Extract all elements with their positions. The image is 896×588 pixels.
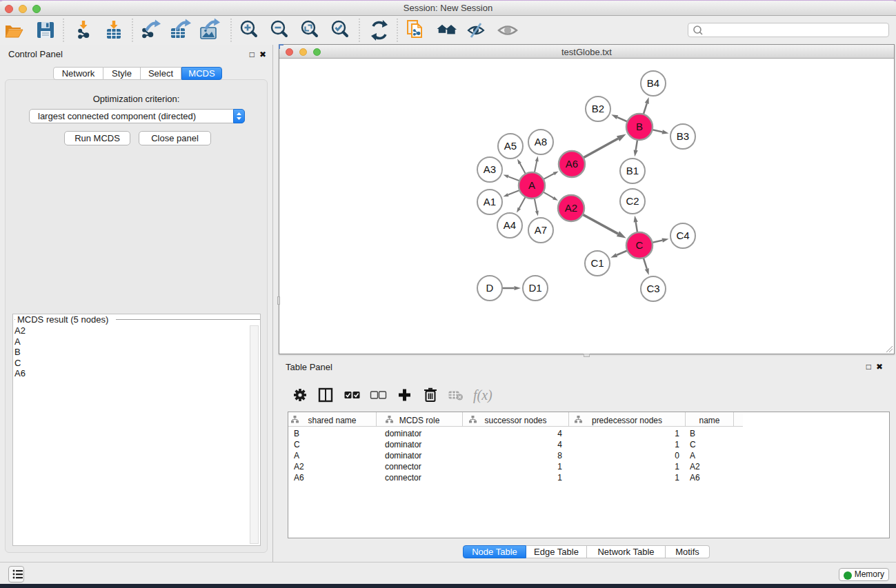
svg-text:A2: A2 [565,202,577,214]
svg-text:C2: C2 [626,195,639,207]
svg-text:A8: A8 [535,136,547,148]
svg-text:A: A [528,179,535,191]
svg-text:B: B [636,121,643,132]
svg-text:C1: C1 [590,257,604,269]
svg-text:A1: A1 [484,196,496,207]
svg-text:B4: B4 [647,77,659,89]
svg-text:B2: B2 [592,103,604,114]
svg-text:f(x): f(x) [473,387,492,403]
svg-text:B3: B3 [677,130,689,142]
svg-text:A6: A6 [566,158,578,170]
svg-text:A5: A5 [504,140,517,152]
svg-text:B1: B1 [626,165,639,176]
svg-text:D1: D1 [528,282,541,294]
svg-text:A7: A7 [535,224,547,236]
svg-text:C: C [636,239,644,251]
svg-text:C4: C4 [676,230,689,241]
svg-text:A3: A3 [484,163,496,175]
svg-text:C3: C3 [646,283,659,294]
svg-text:D: D [486,282,494,294]
svg-text:A4: A4 [504,219,516,231]
